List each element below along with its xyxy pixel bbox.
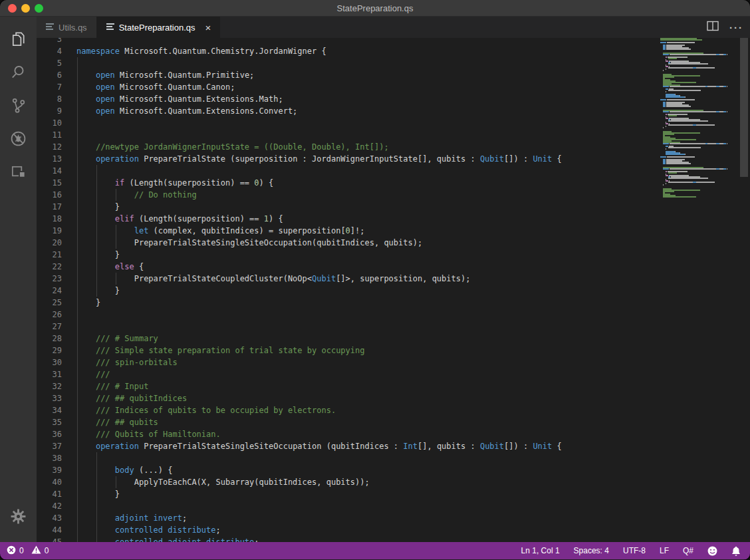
code-line[interactable]: 7 open Microsoft.Quantum.Canon; — [37, 81, 750, 93]
code-line[interactable]: 16 // Do nothing — [37, 189, 750, 201]
line-number[interactable]: 32 — [37, 380, 62, 392]
code-line[interactable]: 3 — [37, 38, 750, 45]
code-line[interactable]: 26 — [37, 309, 750, 321]
code-line[interactable]: 27 — [37, 321, 750, 333]
code-line[interactable]: 6 open Microsoft.Quantum.Primitive; — [37, 69, 750, 81]
line-number[interactable]: 33 — [37, 392, 62, 404]
code-line[interactable]: 11 — [37, 129, 750, 141]
line-number[interactable]: 7 — [37, 81, 62, 93]
line-number[interactable]: 21 — [37, 249, 62, 261]
line-number[interactable]: 20 — [37, 237, 62, 249]
settings-button[interactable] — [0, 501, 37, 534]
code-editor[interactable]: 34namespace Microsoft.Quantum.Chemistry.… — [37, 38, 750, 542]
feedback-smiley-icon[interactable] — [707, 546, 717, 556]
line-number[interactable]: 6 — [37, 69, 62, 81]
line-number[interactable]: 10 — [37, 117, 62, 129]
line-number[interactable]: 45 — [37, 536, 62, 542]
explorer-button[interactable] — [0, 23, 37, 57]
line-number[interactable]: 43 — [37, 512, 62, 524]
code-line[interactable]: 35 /// ## qubits — [37, 416, 750, 428]
code-line[interactable]: 9 open Microsoft.Quantum.Extensions.Conv… — [37, 105, 750, 117]
line-number[interactable]: 26 — [37, 309, 62, 321]
notifications-bell-icon[interactable] — [731, 546, 741, 556]
code-line[interactable]: 41 } — [37, 488, 750, 500]
code-line[interactable]: 13 operation PrepareTrialState (superpos… — [37, 153, 750, 165]
line-number[interactable]: 15 — [37, 177, 62, 189]
code-line[interactable]: 31 /// — [37, 368, 750, 380]
line-number[interactable]: 18 — [37, 213, 62, 225]
line-number[interactable]: 42 — [37, 500, 62, 512]
source-control-button[interactable] — [0, 90, 37, 123]
debug-button[interactable] — [0, 123, 37, 156]
line-number[interactable]: 5 — [37, 57, 62, 69]
code-line[interactable]: 24 } — [37, 285, 750, 297]
line-number[interactable]: 22 — [37, 261, 62, 273]
line-number[interactable]: 24 — [37, 285, 62, 297]
line-number[interactable]: 31 — [37, 368, 62, 380]
more-actions-icon[interactable]: ··· — [729, 22, 743, 33]
line-number[interactable]: 17 — [37, 201, 62, 213]
code-line[interactable]: 43 adjoint invert; — [37, 512, 750, 524]
problems-indicator[interactable]: 0 0 — [7, 545, 53, 557]
code-line[interactable]: 25 } — [37, 297, 750, 309]
line-number[interactable]: 14 — [37, 165, 62, 177]
code-line[interactable]: 44 controlled distribute; — [37, 524, 750, 536]
minimap[interactable] — [660, 38, 739, 198]
line-number[interactable]: 44 — [37, 524, 62, 536]
line-number[interactable]: 29 — [37, 345, 62, 356]
code-line[interactable]: 5 — [37, 57, 750, 69]
line-number[interactable]: 3 — [37, 38, 62, 45]
code-line[interactable]: 23 PrepareTrialStateCoupledCluster(NoOp<… — [37, 273, 750, 285]
code-line[interactable]: 38 — [37, 452, 750, 464]
line-number[interactable]: 16 — [37, 189, 62, 201]
code-line[interactable]: 32 /// # Input — [37, 380, 750, 392]
code-line[interactable]: 4namespace Microsoft.Quantum.Chemistry.J… — [37, 45, 750, 57]
code-line[interactable]: 18 elif (Length(superposition) == 1) { — [37, 213, 750, 225]
line-number[interactable]: 40 — [37, 476, 62, 488]
code-line[interactable]: 36 /// Qubits of Hamiltonian. — [37, 428, 750, 440]
line-number[interactable]: 9 — [37, 105, 62, 117]
line-number[interactable]: 41 — [37, 488, 62, 500]
search-button[interactable] — [0, 57, 37, 90]
code-line[interactable]: 37 operation PrepareTrialStateSingleSite… — [37, 440, 750, 452]
indentation[interactable]: Spaces: 4 — [574, 546, 609, 555]
code-line[interactable]: 29 /// Simple state preparation of trial… — [37, 345, 750, 356]
code-line[interactable]: 39 body (...) { — [37, 464, 750, 476]
line-number[interactable]: 25 — [37, 297, 62, 309]
tab-utils[interactable]: Utils.qs — [37, 17, 97, 38]
code-line[interactable]: 12 //newtype JordanWignerInputState = ((… — [37, 141, 750, 153]
line-number[interactable]: 36 — [37, 428, 62, 440]
code-line[interactable]: 22 else { — [37, 261, 750, 273]
line-number[interactable]: 19 — [37, 225, 62, 237]
line-number[interactable]: 27 — [37, 321, 62, 333]
code-line[interactable]: 45 controlled adjoint distribute; — [37, 536, 750, 542]
line-number[interactable]: 12 — [37, 141, 62, 153]
line-number[interactable]: 8 — [37, 93, 62, 105]
eol-sequence[interactable]: LF — [660, 546, 669, 555]
language-mode[interactable]: Q# — [683, 546, 693, 555]
code-line[interactable]: 8 open Microsoft.Quantum.Extensions.Math… — [37, 93, 750, 105]
extensions-button[interactable] — [0, 156, 37, 190]
tab-statepreparation[interactable]: StatePreparation.qs × — [97, 17, 221, 38]
line-number[interactable]: 30 — [37, 356, 62, 368]
encoding[interactable]: UTF-8 — [623, 546, 646, 555]
code-line[interactable]: 34 /// Indices of qubits to be occupied … — [37, 404, 750, 416]
line-number[interactable]: 13 — [37, 153, 62, 165]
line-number[interactable]: 4 — [37, 45, 62, 57]
cursor-position[interactable]: Ln 1, Col 1 — [521, 546, 560, 555]
code-line[interactable]: 30 /// spin-orbitals — [37, 356, 750, 368]
code-line[interactable]: 15 if (Length(superposition) == 0) { — [37, 177, 750, 189]
line-number[interactable]: 23 — [37, 273, 62, 285]
code-line[interactable]: 20 PrepareTrialStateSingleSiteOccupation… — [37, 237, 750, 249]
code-line[interactable]: 42 — [37, 500, 750, 512]
code-line[interactable]: 14 — [37, 165, 750, 177]
code-line[interactable]: 21 } — [37, 249, 750, 261]
line-number[interactable]: 38 — [37, 452, 62, 464]
code-line[interactable]: 33 /// ## qubitIndices — [37, 392, 750, 404]
code-line[interactable]: 19 let (complex, qubitIndices) = superpo… — [37, 225, 750, 237]
code-line[interactable]: 17 } — [37, 201, 750, 213]
code-line[interactable]: 40 ApplyToEachCA(X, Subarray(qubitIndice… — [37, 476, 750, 488]
line-number[interactable]: 37 — [37, 440, 62, 452]
line-number[interactable]: 28 — [37, 333, 62, 345]
line-number[interactable]: 39 — [37, 464, 62, 476]
